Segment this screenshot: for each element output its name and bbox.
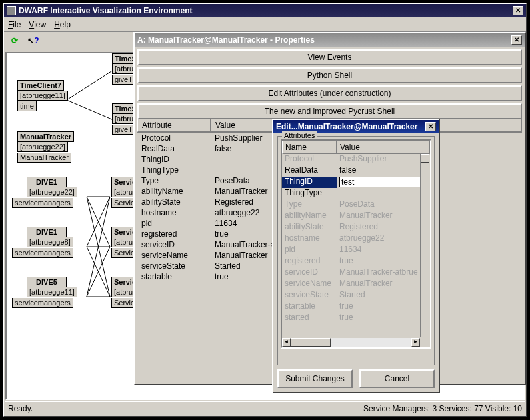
node-host[interactable]: [atbruegge11] (27, 287, 77, 297)
node-host[interactable]: [atbru (111, 237, 135, 247)
col-attribute[interactable]: Attribute (137, 119, 211, 132)
table-row[interactable]: serviceIDManualTracker-atbrue (282, 267, 430, 279)
tab-pycrust-shell[interactable]: The new and improved Pycrust Shell (137, 103, 522, 119)
refresh-icon[interactable]: ⟳ (8, 34, 21, 47)
help-pointer-icon[interactable]: ↖? (27, 34, 40, 47)
node-dive1b[interactable]: DIVE1 (27, 227, 67, 237)
close-icon[interactable]: ✕ (425, 122, 436, 131)
node-svc[interactable]: servicemanagers (12, 248, 73, 258)
node-svc[interactable]: servicemanagers (12, 298, 73, 308)
node-dive1[interactable]: DIVE1 (27, 177, 67, 187)
table-row[interactable]: ThingID (282, 177, 430, 188)
table-row[interactable]: startabletrue (282, 301, 430, 313)
tab-edit-attributes[interactable]: Edit Attributes (under construction) (137, 85, 522, 101)
svg-line-9 (87, 247, 110, 297)
table-row[interactable]: registeredtrue (282, 256, 430, 267)
table-row[interactable]: RealDatafalse (282, 165, 430, 177)
node-host[interactable]: [atbruegge22] (17, 142, 68, 152)
main-title: DWARF Interactive Visualization Environm… (19, 6, 193, 15)
table-row[interactable]: hostnameatbruegge22 (282, 233, 430, 245)
attributes-group: Attributes Name Value ProtocolPushSuppli… (277, 136, 435, 365)
node-host[interactable]: [atbruegge22] (27, 187, 77, 197)
status-right: Service Managers: 3 Services: 77 Visible… (363, 404, 522, 413)
node-dive5[interactable]: DIVE5 (27, 277, 67, 287)
node-host[interactable]: [atbruegge11] (17, 91, 68, 101)
svg-line-3 (87, 197, 110, 247)
node-host[interactable]: [atbru (111, 187, 135, 197)
node-host[interactable]: [atbru (112, 114, 136, 124)
node-host[interactable]: [atbruegge8] (27, 237, 73, 247)
value-input[interactable] (339, 177, 430, 187)
svg-line-4 (87, 197, 110, 297)
status-bar: Ready. Service Managers: 3 Services: 77 … (5, 401, 525, 415)
main-titlebar[interactable]: DWARF Interactive Visualization Environm… (4, 4, 526, 17)
edit-dialog: Edit...ManualTracker@ManualTracker ✕ Att… (272, 119, 440, 393)
menu-help[interactable]: Help (54, 20, 71, 29)
status-left: Ready. (8, 404, 33, 413)
menubar: File View Help (4, 17, 526, 32)
node-host[interactable]: [atbru (112, 64, 136, 74)
node-svc[interactable]: ManualTracker (17, 153, 71, 163)
properties-titlebar[interactable]: A: ManualTracker@ManualTracker - Propert… (135, 33, 525, 47)
svg-line-1 (67, 100, 113, 120)
table-row[interactable]: startedtrue (282, 313, 430, 324)
table-row[interactable]: ProtocolPushSupplier (282, 154, 430, 165)
app-icon (7, 6, 16, 15)
node-host[interactable]: [atbru (111, 287, 135, 297)
col-value[interactable]: Value (337, 141, 430, 154)
node-timeclient7[interactable]: TimeClient7 (17, 80, 64, 91)
submit-button[interactable]: Submit Changes (277, 369, 353, 388)
col-name[interactable]: Name (282, 141, 337, 154)
svg-line-5 (87, 197, 110, 247)
node-svc[interactable]: time (17, 101, 37, 111)
menu-file[interactable]: File (8, 20, 21, 29)
scrollbar-horizontal[interactable]: ◄► (282, 337, 420, 347)
close-icon[interactable]: ✕ (513, 6, 523, 15)
svg-line-7 (87, 247, 110, 297)
properties-title: A: ManualTracker@ManualTracker - Propert… (137, 35, 315, 45)
table-row[interactable]: serviceNameManualTracker (282, 279, 430, 290)
scrollbar-vertical[interactable] (420, 154, 430, 337)
table-row[interactable]: abilityNameManualTracker (282, 211, 430, 222)
node-svc[interactable]: servicemanagers (12, 198, 73, 208)
table-row[interactable]: serviceStateStarted (282, 290, 430, 301)
svg-line-8 (87, 197, 110, 297)
svg-line-0 (67, 70, 113, 100)
table-row[interactable] (282, 324, 430, 335)
node-manualtracker[interactable]: ManualTracker (17, 131, 74, 142)
cancel-button[interactable]: Cancel (359, 369, 435, 388)
tab-view-events[interactable]: View Events (137, 49, 522, 65)
table-row[interactable]: abilityStateRegistered (282, 222, 430, 233)
table-row[interactable]: ThingType (282, 188, 430, 199)
menu-view[interactable]: View (29, 20, 46, 29)
table-row[interactable]: TypePoseData (282, 199, 430, 211)
table-row[interactable]: pid11634 (282, 245, 430, 256)
edit-title: Edit...ManualTracker@ManualTracker (276, 122, 417, 131)
group-legend: Attributes (282, 131, 317, 139)
tab-python-shell[interactable]: Python Shell (137, 67, 522, 83)
close-icon[interactable]: ✕ (511, 35, 522, 45)
